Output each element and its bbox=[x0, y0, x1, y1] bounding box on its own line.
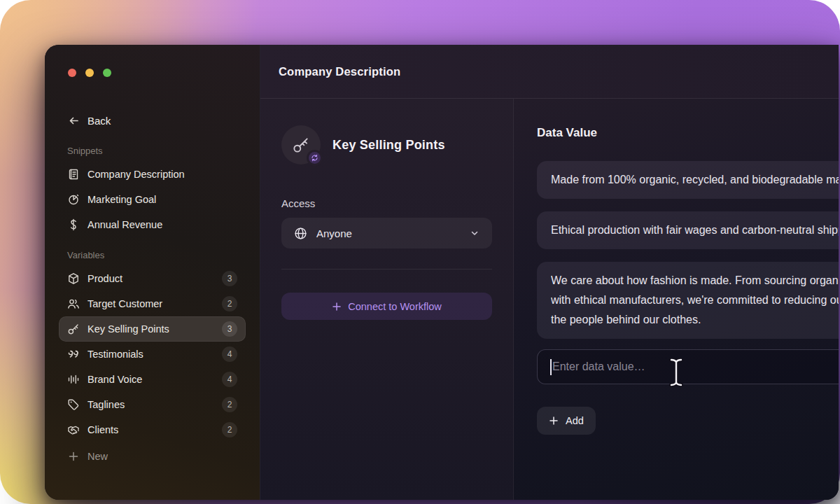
key-icon bbox=[67, 323, 80, 335]
sidebar: Back Snippets Company Description Market… bbox=[45, 45, 260, 500]
document-icon bbox=[67, 168, 80, 181]
content-area: Company Description Key Selling Points A… bbox=[260, 45, 839, 500]
data-value-text: with ethical manufacturers, we're commit… bbox=[551, 290, 839, 310]
add-button[interactable]: Add bbox=[537, 407, 596, 435]
sidebar-item-product[interactable]: Product 3 bbox=[59, 266, 246, 291]
data-values-panel: Data Value Made from 100% organic, recyc… bbox=[514, 99, 839, 500]
count-badge: 3 bbox=[222, 321, 237, 337]
back-label: Back bbox=[88, 115, 111, 127]
avatar bbox=[281, 125, 321, 164]
sync-icon bbox=[307, 150, 323, 166]
divider bbox=[281, 269, 492, 270]
sidebar-item-taglines[interactable]: Taglines 2 bbox=[59, 392, 246, 417]
window-controls bbox=[68, 69, 260, 77]
sidebar-item-label: Testimonials bbox=[88, 349, 144, 360]
quotes-icon bbox=[67, 348, 80, 360]
arrow-left-icon bbox=[67, 114, 80, 127]
plus-icon bbox=[332, 302, 342, 312]
data-value-text: We care about how fashion is made. From … bbox=[551, 271, 839, 290]
page-title: Company Description bbox=[279, 65, 400, 78]
count-badge: 2 bbox=[222, 397, 237, 412]
sidebar-item-label: Annual Revenue bbox=[88, 219, 162, 230]
handshake-icon bbox=[67, 424, 80, 436]
count-badge: 4 bbox=[222, 372, 237, 387]
count-badge: 3 bbox=[222, 271, 237, 286]
sidebar-item-testimonials[interactable]: Testimonials 4 bbox=[59, 342, 246, 367]
people-icon bbox=[67, 298, 80, 310]
globe-icon bbox=[294, 227, 307, 240]
variable-title: Key Selling Points bbox=[332, 138, 445, 153]
sidebar-item-key-selling-points[interactable]: Key Selling Points 3 bbox=[59, 316, 246, 342]
waveform-icon bbox=[67, 373, 80, 386]
sidebar-item-annual-revenue[interactable]: Annual Revenue bbox=[59, 212, 246, 237]
count-badge: 2 bbox=[222, 296, 237, 312]
new-label: New bbox=[88, 451, 108, 462]
sidebar-item-label: Key Selling Points bbox=[88, 323, 169, 335]
count-badge: 2 bbox=[222, 422, 237, 438]
connect-label: Connect to Workflow bbox=[348, 301, 442, 312]
sidebar-item-label: Product bbox=[88, 273, 122, 284]
data-value-heading: Data Value bbox=[537, 126, 839, 140]
new-variable-button[interactable]: New bbox=[59, 444, 246, 469]
key-icon bbox=[292, 136, 310, 154]
tag-icon bbox=[67, 398, 80, 411]
chevron-down-icon bbox=[470, 228, 479, 238]
access-label: Access bbox=[281, 197, 492, 209]
variable-detail-panel: Key Selling Points Access Anyone bbox=[260, 99, 514, 500]
data-value-card[interactable]: Ethical production with fair wages and c… bbox=[537, 211, 839, 249]
sidebar-item-label: Clients bbox=[88, 424, 118, 435]
data-value-text: the people behind our clothes. bbox=[551, 310, 839, 330]
back-button[interactable]: Back bbox=[59, 108, 246, 133]
dollar-icon bbox=[67, 218, 80, 231]
data-value-input-container bbox=[537, 349, 839, 384]
data-value-card[interactable]: Made from 100% organic, recycled, and bi… bbox=[537, 161, 839, 199]
sidebar-item-label: Taglines bbox=[88, 399, 125, 410]
traffic-light-zoom[interactable] bbox=[103, 69, 111, 77]
traffic-light-minimize[interactable] bbox=[85, 69, 94, 77]
sidebar-item-label: Marketing Goal bbox=[88, 194, 156, 205]
text-caret bbox=[550, 359, 552, 375]
section-label-variables: Variables bbox=[67, 250, 237, 260]
data-value-input[interactable] bbox=[538, 350, 839, 384]
plus-icon bbox=[67, 450, 80, 463]
data-value-card[interactable]: We care about how fashion is made. From … bbox=[537, 262, 839, 339]
connect-to-workflow-button[interactable]: Connect to Workflow bbox=[281, 293, 492, 320]
sidebar-item-label: Target Customer bbox=[88, 298, 162, 309]
app-header: Company Description bbox=[260, 45, 839, 99]
access-value: Anyone bbox=[316, 227, 352, 239]
data-value-text: Made from 100% organic, recycled, and bi… bbox=[551, 170, 839, 190]
chart-goal-icon bbox=[67, 193, 80, 206]
sidebar-item-clients[interactable]: Clients 2 bbox=[59, 417, 246, 442]
sidebar-item-company-description[interactable]: Company Description bbox=[59, 162, 246, 187]
count-badge: 4 bbox=[222, 346, 237, 362]
sidebar-item-label: Company Description bbox=[88, 169, 185, 180]
cube-icon bbox=[67, 272, 80, 285]
sidebar-item-label: Brand Voice bbox=[88, 374, 142, 385]
sidebar-item-target-customer[interactable]: Target Customer 2 bbox=[59, 291, 246, 316]
section-label-snippets: Snippets bbox=[67, 146, 237, 156]
access-dropdown[interactable]: Anyone bbox=[281, 218, 492, 248]
add-label: Add bbox=[566, 415, 584, 426]
traffic-light-close[interactable] bbox=[68, 69, 76, 77]
sidebar-item-brand-voice[interactable]: Brand Voice 4 bbox=[59, 367, 246, 392]
app-window: Back Snippets Company Description Market… bbox=[45, 45, 839, 500]
plus-icon bbox=[549, 416, 559, 426]
sidebar-item-marketing-goal[interactable]: Marketing Goal bbox=[59, 187, 246, 212]
data-value-text: Ethical production with fair wages and c… bbox=[551, 220, 839, 240]
variable-entity: Key Selling Points bbox=[281, 125, 492, 164]
